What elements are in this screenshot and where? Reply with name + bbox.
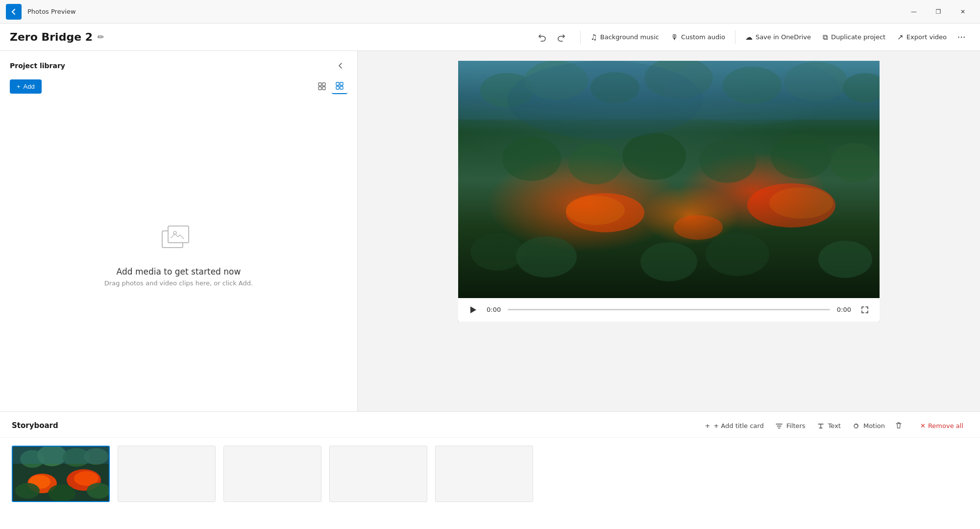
toolbar: Zero Bridge 2 ✏ ♫ Background music 🎙 Cus… bbox=[0, 24, 980, 51]
storyboard-thumb-5[interactable] bbox=[435, 446, 533, 502]
video-preview: 0:00 0:00 bbox=[458, 61, 880, 322]
library-title: Project library bbox=[10, 62, 65, 70]
empty-media-icon bbox=[161, 225, 196, 260]
play-button[interactable] bbox=[466, 303, 480, 317]
undo-redo-group bbox=[533, 28, 570, 46]
back-button[interactable] bbox=[6, 4, 22, 20]
fullscreen-button[interactable] bbox=[858, 303, 872, 317]
export-icon: ↗ bbox=[897, 33, 904, 42]
storyboard-actions: + + Add title card Filters Text bbox=[700, 419, 906, 432]
background-music-label: Background music bbox=[600, 33, 659, 41]
text-button[interactable]: Text bbox=[812, 419, 846, 432]
minimize-button[interactable]: — bbox=[903, 4, 925, 20]
remove-all-button[interactable]: ✕ Remove all bbox=[915, 420, 968, 432]
svg-rect-5 bbox=[340, 82, 343, 85]
app-name: Photos Preview bbox=[27, 8, 903, 15]
redo-button[interactable] bbox=[553, 28, 570, 46]
add-label: Add bbox=[24, 83, 35, 90]
time-total: 0:00 bbox=[837, 306, 851, 313]
restore-button[interactable]: ❐ bbox=[927, 4, 950, 20]
svg-point-33 bbox=[818, 241, 872, 278]
svg-point-22 bbox=[771, 134, 832, 179]
motion-label: Motion bbox=[863, 422, 885, 429]
svg-point-23 bbox=[831, 143, 880, 182]
video-frame bbox=[458, 61, 880, 298]
more-button[interactable]: ··· bbox=[953, 28, 970, 46]
svg-point-32 bbox=[706, 233, 769, 276]
remove-all-x-icon: ✕ bbox=[920, 422, 926, 429]
svg-rect-1 bbox=[322, 83, 325, 86]
add-title-card-button[interactable]: + + Add title card bbox=[700, 420, 768, 432]
storyboard-item[interactable] bbox=[435, 446, 533, 502]
svg-rect-4 bbox=[336, 82, 339, 85]
svg-point-30 bbox=[516, 236, 577, 277]
export-label: Export video bbox=[906, 33, 947, 41]
progress-bar[interactable] bbox=[508, 309, 830, 310]
video-controls: 0:00 0:00 bbox=[458, 298, 880, 322]
filters-button[interactable]: Filters bbox=[771, 419, 810, 432]
storyboard-item[interactable] bbox=[223, 446, 321, 502]
svg-point-18 bbox=[502, 137, 561, 181]
storyboard-panel: Storyboard + + Add title card Filters bbox=[0, 411, 980, 529]
filters-label: Filters bbox=[786, 422, 806, 429]
svg-rect-9 bbox=[168, 226, 189, 243]
project-library: Project library + Add bbox=[0, 51, 358, 411]
main-content: Project library + Add bbox=[0, 51, 980, 411]
add-media-button[interactable]: + Add bbox=[10, 79, 42, 94]
project-title: Zero Bridge 2 bbox=[10, 31, 93, 43]
storyboard-item[interactable] bbox=[329, 446, 427, 502]
svg-point-51 bbox=[87, 483, 110, 499]
svg-point-20 bbox=[622, 133, 686, 180]
background-music-button[interactable]: ♫ Background music bbox=[585, 30, 665, 45]
storyboard-thumb-1[interactable] bbox=[12, 446, 110, 502]
svg-point-21 bbox=[699, 140, 756, 183]
toolbar-divider-1 bbox=[580, 30, 581, 44]
empty-title: Add media to get started now bbox=[117, 267, 241, 277]
storyboard-item[interactable] bbox=[118, 446, 216, 502]
svg-rect-48 bbox=[13, 447, 110, 464]
audio-icon: 🎙 bbox=[671, 33, 678, 42]
delete-item-button[interactable] bbox=[892, 419, 906, 432]
remove-all-label: Remove all bbox=[928, 422, 963, 429]
svg-point-50 bbox=[48, 484, 75, 502]
svg-point-29 bbox=[470, 233, 524, 271]
library-toolbar: + Add bbox=[0, 78, 357, 100]
svg-point-49 bbox=[15, 483, 40, 499]
duplicate-button[interactable]: ⧉ Duplicate project bbox=[817, 30, 891, 45]
onedrive-icon: ☁ bbox=[745, 33, 753, 42]
svg-rect-6 bbox=[336, 86, 339, 89]
save-onedrive-button[interactable]: ☁ Save in OneDrive bbox=[739, 30, 817, 45]
storyboard-thumb-2[interactable] bbox=[118, 446, 216, 502]
custom-audio-button[interactable]: 🎙 Custom audio bbox=[665, 30, 731, 45]
window-controls: — ❐ ✕ bbox=[903, 4, 974, 20]
svg-rect-2 bbox=[318, 87, 321, 90]
thumb-forest-1 bbox=[13, 447, 109, 501]
storyboard-thumb-3[interactable] bbox=[223, 446, 321, 502]
undo-button[interactable] bbox=[533, 28, 551, 46]
storyboard-thumb-4[interactable] bbox=[329, 446, 427, 502]
duplicate-label: Duplicate project bbox=[831, 33, 885, 41]
add-title-card-icon: + bbox=[705, 422, 710, 429]
storyboard-content bbox=[0, 438, 980, 510]
export-button[interactable]: ↗ Export video bbox=[891, 30, 953, 45]
title-bar: Photos Preview — ❐ ✕ bbox=[0, 0, 980, 24]
motion-button[interactable]: Motion bbox=[848, 419, 890, 432]
filters-icon bbox=[776, 422, 784, 429]
svg-rect-0 bbox=[318, 83, 321, 86]
list-view-button[interactable] bbox=[332, 78, 347, 94]
svg-rect-7 bbox=[340, 86, 343, 89]
svg-point-19 bbox=[568, 143, 622, 184]
close-button[interactable]: ✕ bbox=[952, 4, 974, 20]
storyboard-item[interactable] bbox=[12, 446, 110, 502]
edit-icon[interactable]: ✏ bbox=[98, 32, 104, 42]
collapse-library-button[interactable] bbox=[334, 59, 347, 73]
storyboard-header: Storyboard + + Add title card Filters bbox=[0, 412, 980, 438]
library-empty-state: Add media to get started now Drag photos… bbox=[0, 100, 357, 411]
text-label: Text bbox=[828, 422, 841, 429]
library-header: Project library bbox=[0, 51, 357, 78]
custom-audio-label: Custom audio bbox=[681, 33, 725, 41]
svg-rect-3 bbox=[322, 87, 325, 90]
storyboard-title: Storyboard bbox=[12, 421, 58, 430]
add-title-card-label: + Add title card bbox=[713, 422, 763, 429]
grid-view-button[interactable] bbox=[314, 78, 330, 94]
